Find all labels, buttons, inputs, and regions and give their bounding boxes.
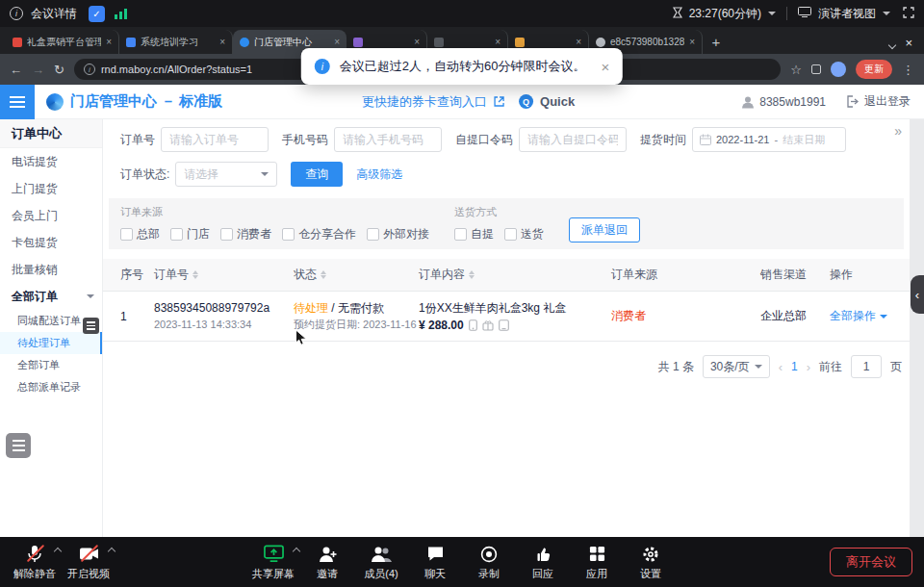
window-close-icon[interactable]: × bbox=[905, 36, 912, 50]
date-start-value: 2022-11-21 bbox=[716, 134, 769, 145]
sidebar-sub-hq-dispatch-log[interactable]: 总部派单记录 bbox=[0, 376, 102, 398]
quick-entry-link[interactable]: 更快捷的券卡查询入口 bbox=[362, 93, 487, 111]
username: 8385wb1991 bbox=[759, 95, 826, 109]
side-panel-handle[interactable]: ‹ bbox=[911, 275, 924, 314]
current-page[interactable]: 1 bbox=[791, 360, 798, 373]
date-end-placeholder: 结束日期 bbox=[783, 133, 825, 147]
mic-options-chevron-icon[interactable] bbox=[54, 548, 62, 555]
header-content[interactable]: 订单内容 bbox=[419, 267, 611, 283]
sidebar-item-phone-pickup[interactable]: 电话提货 bbox=[0, 148, 102, 175]
leave-meeting-button[interactable]: 离开会议 bbox=[830, 548, 912, 576]
new-tab-button[interactable]: + bbox=[705, 30, 728, 53]
browser-tab-1[interactable]: 礼盒票销平台管理中心× bbox=[6, 30, 119, 54]
checkbox-delivery[interactable]: 送货 bbox=[504, 226, 544, 242]
page-size-select[interactable]: 30条/页 bbox=[703, 355, 770, 378]
order-status-select[interactable]: 请选择 bbox=[175, 162, 277, 187]
sidebar-item-member-visit[interactable]: 会员上门 bbox=[0, 202, 102, 229]
header-order-no[interactable]: 订单号 bbox=[154, 267, 294, 283]
record-button[interactable]: 录制 bbox=[462, 541, 516, 581]
reaction-button[interactable]: 回应 bbox=[516, 541, 570, 581]
chat-button[interactable]: 聊天 bbox=[408, 541, 462, 581]
meeting-info-icon[interactable]: i bbox=[10, 7, 23, 20]
apps-grid-icon bbox=[589, 544, 605, 564]
app-header: 门店管理中心 － 标准版 更快捷的券卡查询入口 Q Quick 8385wb19… bbox=[0, 85, 924, 119]
security-shield-icon[interactable]: ✓ bbox=[89, 6, 105, 22]
sort-icon[interactable] bbox=[321, 270, 326, 279]
prev-page-button[interactable]: ‹ bbox=[779, 360, 783, 374]
quick-label[interactable]: Quick bbox=[540, 94, 575, 109]
apps-button[interactable]: 应用 bbox=[570, 541, 624, 581]
meeting-details-label[interactable]: 会议详情 bbox=[31, 6, 77, 22]
timer-caret-icon[interactable] bbox=[768, 12, 776, 15]
tab-search-caret-icon[interactable] bbox=[888, 41, 896, 49]
toast-close-icon[interactable]: × bbox=[601, 59, 609, 75]
row-action-dropdown[interactable]: 全部操作 bbox=[830, 308, 905, 324]
tab-close-icon[interactable]: × bbox=[576, 37, 581, 47]
tab-close-icon[interactable]: × bbox=[106, 37, 112, 47]
view-mode-label[interactable]: 演讲者视图 bbox=[818, 6, 876, 22]
meeting-bottom-bar: 解除静音 开启视频 共享屏幕 bbox=[0, 537, 924, 587]
forward-icon[interactable]: → bbox=[32, 64, 44, 76]
checkbox-source-external[interactable]: 外部对接 bbox=[367, 226, 429, 242]
fullscreen-icon[interactable] bbox=[903, 7, 914, 21]
refresh-icon[interactable]: ↻ bbox=[54, 64, 64, 76]
floating-list-icon[interactable] bbox=[6, 433, 31, 458]
pickup-code-input[interactable] bbox=[519, 127, 627, 152]
sort-icon[interactable] bbox=[192, 270, 198, 279]
video-button[interactable]: 开启视频 bbox=[62, 541, 116, 581]
tab-close-icon[interactable]: × bbox=[219, 37, 225, 47]
pickup-date-range-picker[interactable]: 2022-11-21 - 结束日期 bbox=[692, 127, 846, 152]
checkbox-source-store[interactable]: 门店 bbox=[170, 226, 210, 242]
checkbox-source-hq[interactable]: 总部 bbox=[120, 226, 160, 242]
order-no-input[interactable] bbox=[161, 127, 269, 152]
sidebar-item-batch-verify[interactable]: 批量核销 bbox=[0, 256, 102, 283]
extensions-icon[interactable] bbox=[811, 64, 821, 74]
tab-close-icon[interactable]: × bbox=[414, 37, 420, 47]
bookmark-star-icon[interactable]: ☆ bbox=[790, 64, 802, 76]
header-status[interactable]: 状态 bbox=[294, 267, 419, 283]
search-button[interactable]: 查询 bbox=[291, 162, 343, 187]
browser-menu-icon[interactable]: ⋮ bbox=[902, 64, 914, 76]
checkbox-icon bbox=[120, 228, 133, 241]
site-info-icon[interactable]: i bbox=[84, 64, 95, 75]
browser-update-button[interactable]: 更新 bbox=[856, 60, 892, 79]
sort-icon[interactable] bbox=[469, 270, 475, 279]
tab-close-icon[interactable]: × bbox=[495, 37, 500, 47]
next-page-button[interactable]: › bbox=[807, 360, 810, 374]
video-options-chevron-icon[interactable] bbox=[108, 548, 116, 555]
tab-close-icon[interactable]: × bbox=[689, 37, 695, 47]
members-button[interactable]: 成员(4) bbox=[354, 541, 408, 581]
sidebar-group-all-orders[interactable]: 全部订单 bbox=[0, 283, 102, 310]
advanced-filter-link[interactable]: 高级筛选 bbox=[356, 166, 402, 183]
logout-button[interactable]: 退出登录 bbox=[847, 93, 911, 110]
sidebar-pin-icon[interactable] bbox=[83, 318, 99, 334]
share-screen-button[interactable]: 共享屏幕 bbox=[246, 541, 300, 581]
checkbox-self-pickup[interactable]: 自提 bbox=[454, 226, 494, 242]
phone-input[interactable] bbox=[334, 127, 442, 152]
sidebar-sub-pending-orders[interactable]: 待处理订单 bbox=[0, 332, 102, 354]
mute-button[interactable]: 解除静音 bbox=[8, 541, 62, 581]
view-mode-icon bbox=[798, 7, 811, 20]
browser-tab-2[interactable]: 系统培训学习× bbox=[119, 30, 233, 54]
user-account[interactable]: 8385wb1991 bbox=[741, 95, 826, 109]
sidebar-item-card-pickup[interactable]: 卡包提货 bbox=[0, 229, 102, 256]
back-icon[interactable]: ← bbox=[10, 64, 22, 76]
table-row[interactable]: 1 83859345088979792a 2023-11-13 14:33:34… bbox=[103, 292, 910, 342]
quick-q-badge[interactable]: Q bbox=[519, 94, 533, 109]
collapse-arrows-icon[interactable]: » bbox=[894, 123, 902, 139]
share-options-chevron-icon[interactable] bbox=[293, 548, 300, 555]
hamburger-menu-icon[interactable] bbox=[0, 85, 35, 119]
source-filter-panel: 订单来源 总部 门店 消费者 仓分享合作 外部对接 送货方式 自提 送货 bbox=[109, 198, 904, 249]
sidebar-sub-all-orders[interactable]: 全部订单 bbox=[0, 354, 102, 376]
view-mode-caret-icon[interactable] bbox=[883, 12, 890, 15]
checkbox-source-warehouse-coop[interactable]: 仓分享合作 bbox=[282, 226, 356, 242]
browser-profile-icon[interactable] bbox=[831, 62, 846, 77]
invite-button[interactable]: 邀请 bbox=[300, 541, 354, 581]
goto-page-input[interactable] bbox=[851, 355, 882, 378]
tab-close-icon[interactable]: × bbox=[334, 37, 340, 47]
settings-button[interactable]: 设置 bbox=[624, 541, 678, 581]
checkbox-source-consumer[interactable]: 消费者 bbox=[220, 226, 271, 242]
dispatch-return-button[interactable]: 派单退回 bbox=[569, 217, 640, 242]
sidebar-item-door-pickup[interactable]: 上门提货 bbox=[0, 175, 102, 202]
tab-favicon bbox=[596, 38, 605, 47]
